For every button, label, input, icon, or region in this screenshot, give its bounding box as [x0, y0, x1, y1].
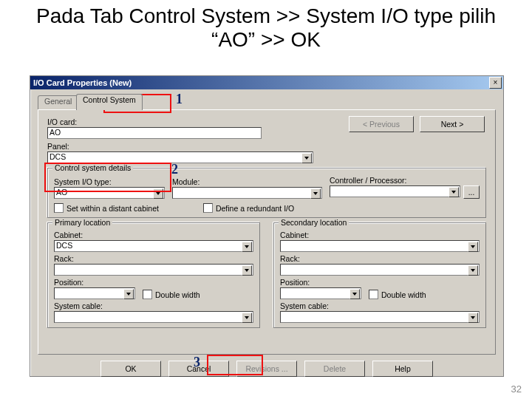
- panel-combo[interactable]: DCS: [47, 151, 313, 163]
- slide-heading: Pada Tab Control System >> System I/O ty…: [0, 0, 532, 53]
- tab-strip: General Control System: [38, 94, 496, 110]
- primary-rack-combo[interactable]: [54, 264, 253, 276]
- label-controller: Controller / Processor:: [330, 176, 480, 185]
- page-number: 32: [511, 383, 522, 395]
- controller-browse-button[interactable]: ...: [463, 185, 480, 199]
- ok-button[interactable]: OK: [100, 361, 161, 377]
- callout-number-2: 2: [171, 162, 178, 177]
- group-control-system-details: Control system details System I/O type: …: [47, 168, 486, 218]
- dialog-window: I/O Card Properties (New) × General Cont…: [30, 75, 504, 377]
- chevron-down-icon: [123, 289, 134, 299]
- label-rack: Rack:: [54, 254, 253, 263]
- checkbox-icon: [143, 290, 152, 299]
- callout-number-1: 1: [176, 92, 183, 107]
- chevron-down-icon: [468, 313, 478, 323]
- close-button[interactable]: ×: [489, 77, 502, 89]
- checkbox-define-redundant[interactable]: Define a redundant I/O: [203, 203, 294, 213]
- label-io-card: I/O card:: [47, 117, 269, 126]
- window-title: I/O Card Properties (New): [33, 78, 132, 87]
- chevron-down-icon: [242, 265, 252, 276]
- checkbox-icon: [54, 203, 64, 213]
- chevron-down-icon: [468, 242, 478, 252]
- group-secondary-location: Secondary location Cabinet: Rack: Positi…: [273, 222, 486, 328]
- checkbox-icon: [203, 203, 213, 213]
- secondary-position-combo[interactable]: [280, 287, 361, 299]
- legend-primary: Primary location: [52, 218, 112, 227]
- legend-csd: Control system details: [52, 163, 133, 172]
- previous-button[interactable]: < Previous: [349, 116, 414, 132]
- chevron-down-icon: [349, 289, 360, 299]
- label-system-io-type: System I/O type:: [54, 177, 165, 186]
- checkbox-double-width-primary[interactable]: Double width: [143, 290, 200, 299]
- label-cabinet: Cabinet:: [54, 231, 253, 239]
- module-combo[interactable]: [172, 187, 322, 199]
- next-button[interactable]: Next >: [420, 116, 485, 132]
- legend-secondary: Secondary location: [279, 218, 349, 227]
- chevron-down-icon: [242, 313, 252, 323]
- panel-value: DCS: [50, 152, 66, 161]
- secondary-rack-combo[interactable]: [280, 264, 480, 276]
- io-card-field[interactable]: AO: [47, 127, 262, 139]
- tab-control-system[interactable]: Control System: [76, 94, 143, 110]
- label-system-cable: System cable:: [54, 301, 253, 310]
- primary-system-cable-combo[interactable]: [54, 311, 253, 323]
- primary-position-combo[interactable]: [54, 287, 135, 299]
- secondary-cabinet-combo[interactable]: [280, 240, 480, 252]
- tab-panel: < Previous Next > I/O card: AO Panel: DC…: [38, 109, 496, 355]
- chevron-down-icon: [449, 187, 459, 197]
- dialog-button-bar: OK Cancel Revisions ... Delete Help: [38, 361, 496, 377]
- tab-general[interactable]: General: [38, 95, 78, 110]
- label-position: Position:: [54, 278, 135, 287]
- chevron-down-icon: [153, 188, 163, 199]
- help-button[interactable]: Help: [372, 361, 433, 377]
- system-io-type-value: AO: [56, 188, 67, 197]
- chevron-down-icon: [468, 265, 478, 276]
- primary-cabinet-combo[interactable]: DCS: [54, 240, 253, 252]
- label-module: Module:: [172, 177, 322, 186]
- delete-button[interactable]: Delete: [304, 361, 365, 377]
- revisions-button[interactable]: Revisions ...: [236, 361, 297, 377]
- group-primary-location: Primary location Cabinet: DCS Rack: Posi…: [47, 222, 260, 328]
- checkbox-double-width-secondary[interactable]: Double width: [369, 290, 426, 299]
- controller-combo[interactable]: [330, 185, 460, 197]
- chevron-down-icon: [301, 153, 312, 163]
- callout-number-3: 3: [194, 355, 200, 370]
- secondary-system-cable-combo[interactable]: [280, 311, 480, 323]
- label-panel: Panel:: [47, 142, 313, 151]
- titlebar: I/O Card Properties (New) ×: [30, 76, 503, 89]
- system-io-type-combo[interactable]: AO: [54, 187, 165, 199]
- close-icon: ×: [494, 79, 498, 86]
- chevron-down-icon: [242, 242, 252, 252]
- checkbox-set-within[interactable]: Set within a distant cabinet: [54, 203, 159, 213]
- chevron-down-icon: [310, 188, 321, 199]
- checkbox-icon: [369, 290, 378, 299]
